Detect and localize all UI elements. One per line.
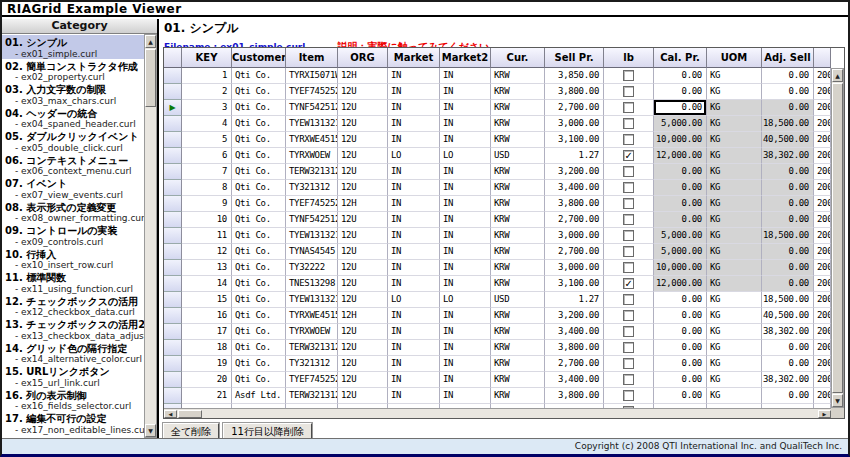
cell-cur[interactable]: KRW: [491, 116, 545, 132]
cell-org[interactable]: 12H: [338, 308, 388, 324]
cell-cur[interactable]: KRW: [491, 356, 545, 372]
cell-customer[interactable]: Qti Co.: [232, 212, 286, 228]
grid-vscroll-thumb[interactable]: [832, 83, 843, 393]
cell-sell_pr[interactable]: 3,800.00: [545, 340, 604, 356]
cell-org[interactable]: 12U: [338, 372, 388, 388]
cell-lb[interactable]: [604, 292, 654, 308]
cell-customer[interactable]: Qti Co.: [232, 340, 286, 356]
cell-key[interactable]: 14: [182, 276, 232, 292]
cell-sell_pr[interactable]: 3,000.00: [545, 260, 604, 276]
cell-key[interactable]: 1: [182, 68, 232, 84]
cell-customer[interactable]: Qti Co.: [232, 372, 286, 388]
cell-uom[interactable]: KG: [707, 100, 762, 116]
sidebar-item-01[interactable]: 01. シンプル- ex01_simple.curl: [2, 35, 144, 59]
column-header-org[interactable]: ORG: [338, 48, 388, 68]
cell-item[interactable]: TYEW131321: [286, 228, 338, 244]
cell-org[interactable]: 12U: [338, 148, 388, 164]
cell-cal_pr[interactable]: 0.00: [654, 308, 707, 324]
cell-market[interactable]: LO: [388, 292, 440, 308]
row-selector[interactable]: [164, 164, 182, 180]
cell-customer[interactable]: Qti Co.: [232, 68, 286, 84]
cell-lb[interactable]: [604, 212, 654, 228]
cell-org[interactable]: 12U: [338, 244, 388, 260]
cell-market[interactable]: IN: [388, 84, 440, 100]
cell-market2[interactable]: IN: [440, 276, 491, 292]
cell-cur[interactable]: KRW: [491, 132, 545, 148]
cell-uom[interactable]: KG: [707, 68, 762, 84]
cell-item[interactable]: TY321312: [286, 180, 338, 196]
cell-item[interactable]: TYEF745252: [286, 84, 338, 100]
cell-sell_pr[interactable]: 3,850.00: [545, 68, 604, 84]
cell-org[interactable]: 12U: [338, 84, 388, 100]
cell-date[interactable]: 2005: [814, 116, 831, 132]
cell-date[interactable]: 2005: [814, 164, 831, 180]
scroll-up-icon[interactable]: ▲: [832, 69, 843, 82]
cell-org[interactable]: 12U: [338, 116, 388, 132]
cell-cal_pr[interactable]: 0.00: [654, 68, 707, 84]
row-selector[interactable]: [164, 340, 182, 356]
cell-adj_sell[interactable]: 0.00: [762, 164, 814, 180]
cell-date[interactable]: 2005: [814, 244, 831, 260]
cell-sell_pr[interactable]: 1.27: [545, 148, 604, 164]
cell-lb[interactable]: [604, 260, 654, 276]
cell-customer[interactable]: Asdf Ltd.: [232, 388, 286, 404]
cell-cur[interactable]: KRW: [491, 212, 545, 228]
cell-sell_pr[interactable]: 2,700.00: [545, 356, 604, 372]
cell-adj_sell[interactable]: 0.00: [762, 212, 814, 228]
cell-lb[interactable]: [604, 180, 654, 196]
cell-cur[interactable]: KRW: [491, 388, 545, 404]
cell-uom[interactable]: KG: [707, 340, 762, 356]
cell-key[interactable]: 21: [182, 388, 232, 404]
cell-adj_sell[interactable]: 18,500.00: [762, 116, 814, 132]
cell-item[interactable]: TY32222: [286, 260, 338, 276]
checkbox-unchecked[interactable]: [623, 182, 634, 193]
cell-customer[interactable]: Qti Co.: [232, 180, 286, 196]
cell-cur[interactable]: KRW: [491, 276, 545, 292]
sidebar-item-02[interactable]: 02. 簡単コンストラクタ作成- ex02_property.curl: [2, 59, 144, 83]
cell-key[interactable]: 17: [182, 324, 232, 340]
cell-cal_pr[interactable]: 10,000.00: [654, 132, 707, 148]
cell-market[interactable]: IN: [388, 372, 440, 388]
row-selector[interactable]: [164, 244, 182, 260]
cell-lb[interactable]: [604, 100, 654, 116]
cell-sell_pr[interactable]: 3,400.00: [545, 372, 604, 388]
cell-lb[interactable]: [604, 164, 654, 180]
cell-adj_sell[interactable]: 18,500.00: [762, 228, 814, 244]
row-selector[interactable]: [164, 116, 182, 132]
cell-sell_pr[interactable]: 3,100.00: [545, 276, 604, 292]
cell-date[interactable]: 2005: [814, 196, 831, 212]
cell-adj_sell[interactable]: 0.00: [762, 84, 814, 100]
cell-uom[interactable]: KG: [707, 244, 762, 260]
checkbox-unchecked[interactable]: [623, 342, 634, 353]
cell-item[interactable]: TYNAS4545: [286, 244, 338, 260]
row-selector[interactable]: [164, 324, 182, 340]
checkbox-checked[interactable]: ✓: [623, 278, 634, 289]
row-selector[interactable]: [164, 68, 182, 84]
sidebar-scrollbar[interactable]: ▲ ▼: [144, 34, 157, 438]
cell-market[interactable]: IN: [388, 388, 440, 404]
cell-cal_pr[interactable]: 5,000.00: [654, 116, 707, 132]
cell-item[interactable]: TYRXWOEW: [286, 148, 338, 164]
sidebar-item-10[interactable]: 10. 行挿入- ex10_insert_row.curl: [2, 247, 144, 271]
row-selector[interactable]: [164, 372, 182, 388]
cell-cal_pr[interactable]: 0.00: [654, 164, 707, 180]
cell-market[interactable]: IN: [388, 340, 440, 356]
cell-lb[interactable]: [604, 116, 654, 132]
cell-cur[interactable]: KRW: [491, 372, 545, 388]
cell-key[interactable]: 16: [182, 308, 232, 324]
cell-item[interactable]: TYEF745252: [286, 372, 338, 388]
cell-uom[interactable]: KG: [707, 388, 762, 404]
cell-key[interactable]: 3: [182, 100, 232, 116]
cell-lb[interactable]: [604, 388, 654, 404]
cell-cur[interactable]: KRW: [491, 228, 545, 244]
column-header-market[interactable]: Market: [388, 48, 440, 68]
cell-market[interactable]: IN: [388, 68, 440, 84]
cell-market[interactable]: IN: [388, 196, 440, 212]
sidebar-item-13[interactable]: 13. チェックボックスの活用2- ex13_checkbox_data_adj…: [2, 317, 144, 341]
column-header-date[interactable]: [814, 48, 831, 68]
cell-customer[interactable]: Qti Co.: [232, 196, 286, 212]
checkbox-unchecked[interactable]: [623, 374, 634, 385]
cell-adj_sell[interactable]: 40,500.00: [762, 308, 814, 324]
cell-market[interactable]: IN: [388, 100, 440, 116]
cell-date[interactable]: 2005: [814, 180, 831, 196]
